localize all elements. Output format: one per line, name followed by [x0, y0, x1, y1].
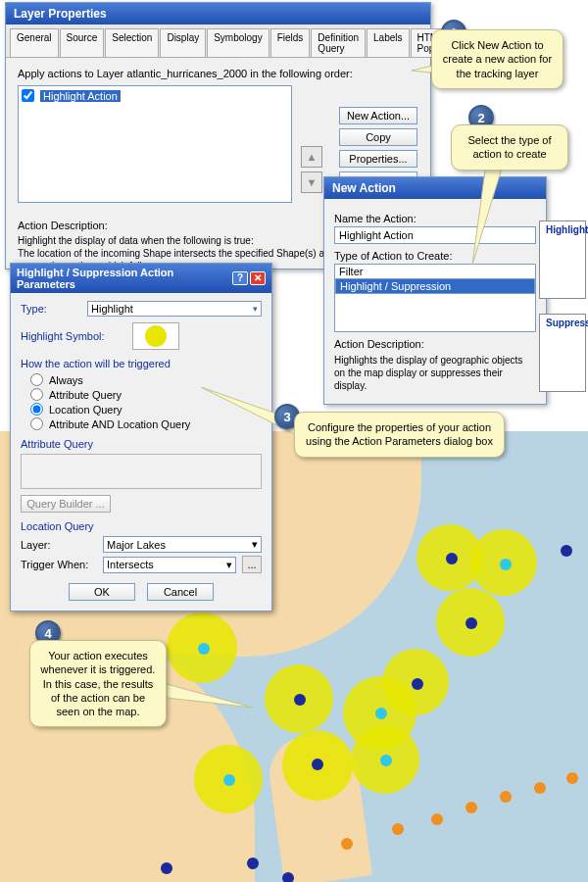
new-action-dialog: New Action Name the Action: Type of Acti…	[323, 176, 547, 405]
name-input[interactable]	[334, 226, 536, 244]
callout-1: Click New Action to create a new action …	[431, 29, 564, 89]
radio-label: Always	[49, 374, 83, 386]
preview-title: Highlight	[546, 224, 579, 235]
dialog-title: New Action	[324, 177, 546, 199]
preview-title: Suppress	[546, 318, 579, 328]
layer-label: Layer:	[21, 539, 97, 551]
action-checkbox[interactable]	[22, 89, 34, 102]
tab-general[interactable]: General	[10, 28, 59, 57]
ok-button[interactable]: OK	[69, 583, 135, 601]
desc-label: Action Description:	[334, 338, 536, 350]
trigger-when-label: Trigger When:	[21, 559, 97, 570]
actions-listbox[interactable]: Highlight Action	[18, 85, 292, 203]
cancel-button[interactable]: Cancel	[147, 583, 214, 601]
browse-button[interactable]: ...	[242, 556, 262, 573]
help-icon[interactable]: ?	[232, 271, 248, 285]
dialog-title-bar: Highlight / Suppression Action Parameter…	[11, 264, 271, 293]
tab-symbology[interactable]: Symbology	[207, 28, 269, 57]
name-label: Name the Action:	[334, 213, 536, 224]
type-item-highlight[interactable]: Highlight / Suppression	[335, 278, 535, 294]
radio-loc[interactable]	[30, 403, 43, 416]
preview-highlight: Highlight	[539, 220, 586, 299]
action-item[interactable]: Highlight Action	[22, 89, 288, 102]
dialog-title: Layer Properties	[6, 3, 430, 24]
attr-query-label: Attribute Query	[21, 438, 262, 450]
when-value: Intersects	[107, 559, 154, 570]
radio-always[interactable]	[30, 373, 43, 386]
callout-2: Select the type of action to create	[451, 124, 568, 171]
radio-label: Location Query	[49, 404, 122, 416]
chevron-down-icon: ▾	[226, 559, 232, 571]
type-dropdown[interactable]: Highlight ▾	[87, 301, 262, 317]
tab-defquery[interactable]: Definition Query	[311, 28, 366, 57]
radio-label: Attribute AND Location Query	[49, 418, 190, 430]
radio-label: Attribute Query	[49, 389, 122, 401]
new-action-button[interactable]: New Action...	[339, 107, 417, 124]
callout-3: Configure the properties of your action …	[294, 412, 505, 458]
tab-source[interactable]: Source	[60, 28, 105, 57]
action-label: Highlight Action	[40, 90, 121, 102]
tabs-row: General Source Selection Display Symbolo…	[6, 24, 430, 58]
dialog-title: Highlight / Suppression Action Parameter…	[17, 267, 232, 290]
loc-query-label: Location Query	[21, 520, 262, 532]
query-builder-button: Query Builder ...	[21, 495, 111, 513]
action-params-dialog: Highlight / Suppression Action Parameter…	[10, 263, 272, 612]
move-up-button[interactable]: ▲	[301, 146, 322, 168]
move-down-button[interactable]: ▼	[301, 172, 322, 193]
copy-button[interactable]: Copy	[339, 128, 417, 146]
type-listbox[interactable]: Filter Highlight / Suppression	[334, 264, 536, 332]
chevron-down-icon: ▾	[253, 304, 258, 314]
trigger-when-dropdown[interactable]: Intersects▾	[103, 557, 236, 573]
radio-both[interactable]	[30, 417, 43, 430]
chevron-down-icon: ▾	[252, 538, 258, 551]
type-label: Type of Action to Create:	[334, 250, 536, 262]
tab-fields[interactable]: Fields	[270, 28, 311, 57]
layer-dropdown[interactable]: Major Lakes▾	[103, 536, 262, 553]
type-item-filter[interactable]: Filter	[335, 265, 535, 278]
tab-labels[interactable]: Labels	[367, 28, 409, 57]
type-value: Highlight	[91, 303, 133, 315]
symbol-label: Highlight Symbol:	[21, 330, 105, 342]
close-icon[interactable]: ✕	[250, 271, 266, 285]
layer-value: Major Lakes	[107, 539, 166, 551]
tab-display[interactable]: Display	[160, 28, 206, 57]
desc-text: Highlights the display of geographic obj…	[334, 354, 536, 392]
type-label: Type:	[21, 303, 79, 315]
callout-4: Your action executes whenever it is trig…	[29, 640, 167, 727]
preview-suppress: Suppress	[539, 314, 586, 392]
attr-query-box	[21, 454, 262, 489]
tab-selection[interactable]: Selection	[105, 28, 159, 57]
trigger-group-label: How the action will be triggered	[21, 358, 262, 369]
instruction-text: Apply actions to Layer atlantic_hurrican…	[18, 68, 418, 79]
radio-attr[interactable]	[30, 388, 43, 401]
symbol-swatch[interactable]	[132, 322, 179, 350]
properties-button[interactable]: Properties...	[339, 150, 417, 168]
